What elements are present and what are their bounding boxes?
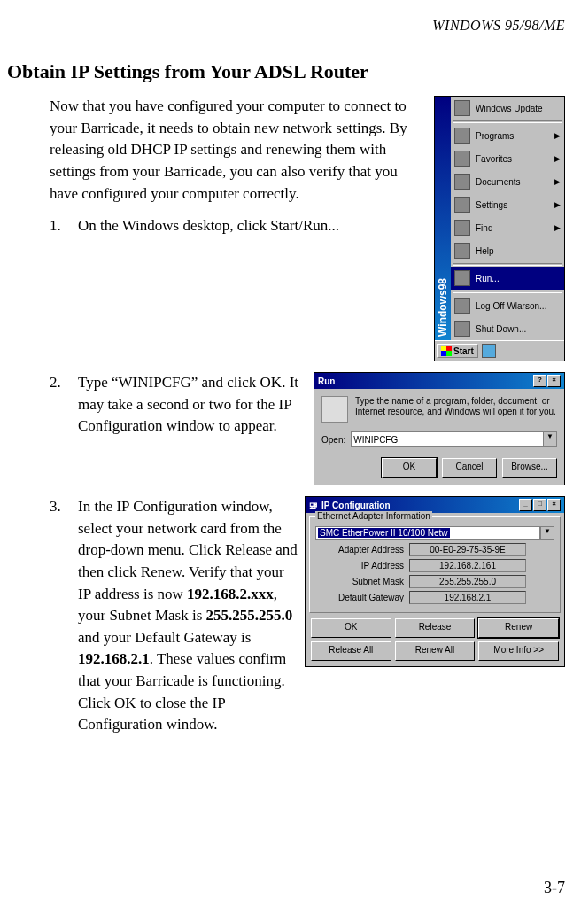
shutdown-icon — [454, 321, 470, 337]
dropdown-button[interactable]: ▼ — [540, 526, 554, 540]
browse-button[interactable]: Browse... — [502, 458, 557, 478]
startmenu-stripe-text: Windows98 — [437, 275, 449, 340]
close-button[interactable]: × — [547, 375, 561, 387]
page-number: 3-7 — [544, 879, 565, 897]
documents-icon — [454, 174, 470, 190]
figure-run-dialog: Run ? × Type the name of a program, fold… — [314, 372, 565, 485]
ip-address-label: IP Address — [315, 561, 409, 571]
adapter-select[interactable]: SMC EtherPower II 10/100 Netw ▼ — [315, 526, 554, 540]
intro-paragraph: Now that you have configured your comput… — [7, 96, 427, 205]
chevron-right-icon: ▶ — [554, 177, 561, 186]
startmenu-item-label: Programs — [476, 131, 514, 141]
default-gateway-label: Default Gateway — [315, 593, 409, 602]
step-text: Type “WINIPCFG” and click OK. It may tak… — [78, 372, 306, 438]
adapter-info-group: Ethernet Adapter Information SMC EtherPo… — [309, 516, 561, 613]
startmenu-item-find[interactable]: Find ▶ — [451, 216, 564, 239]
startmenu-stripe: Windows98 — [435, 97, 451, 340]
ie-icon[interactable] — [482, 344, 496, 358]
minimize-button[interactable]: _ — [519, 499, 532, 511]
group-label: Ethernet Adapter Information — [315, 511, 432, 521]
startmenu-item-label: Log Off Wlarson... — [476, 301, 546, 311]
ok-button[interactable]: OK — [311, 618, 391, 638]
page-header-right: WINDOWS 95/98/ME — [7, 18, 565, 34]
separator — [453, 120, 562, 123]
ip-address-value: 192.168.2.161 — [409, 559, 526, 572]
maximize-button[interactable]: □ — [533, 499, 546, 511]
step-number: 3. — [50, 496, 66, 736]
ok-button[interactable]: OK — [382, 458, 437, 478]
globe-icon — [454, 100, 470, 116]
startmenu-item-label: Help — [476, 246, 494, 256]
more-info-button[interactable]: More Info >> — [478, 641, 559, 661]
adapter-address-label: Adapter Address — [315, 545, 409, 555]
subnet-mask-value: 255.255.255.0 — [409, 575, 526, 588]
startmenu-item-documents[interactable]: Documents ▶ — [451, 170, 564, 193]
taskbar: Start — [435, 340, 564, 361]
close-button[interactable]: × — [547, 499, 561, 511]
logoff-icon — [454, 298, 470, 314]
ipconfig-title: IP Configuration — [321, 501, 391, 510]
adapter-selected: SMC EtherPower II 10/100 Netw — [318, 528, 450, 538]
start-button-label: Start — [453, 346, 474, 356]
startmenu-item-label: Settings — [476, 200, 507, 210]
startmenu-item-programs[interactable]: Programs ▶ — [451, 124, 564, 147]
favorites-icon — [454, 151, 470, 167]
subnet-mask-label: Subnet Mask — [315, 577, 409, 586]
help-icon — [454, 243, 470, 259]
run-dialog-icon — [321, 396, 348, 423]
startmenu-item-shutdown[interactable]: Shut Down... — [451, 317, 564, 340]
help-button[interactable]: ? — [533, 375, 546, 387]
startmenu-item-label: Shut Down... — [476, 324, 526, 334]
find-icon — [454, 220, 470, 236]
startmenu-item-run[interactable]: Run... — [451, 267, 564, 290]
startmenu-item-label: Documents — [476, 177, 521, 187]
settings-icon — [454, 197, 470, 213]
programs-icon — [454, 128, 470, 144]
adapter-address-value: 00-E0-29-75-35-9E — [409, 543, 526, 556]
renew-all-button[interactable]: Renew All — [395, 641, 476, 661]
separator — [453, 263, 562, 266]
startmenu-item-label: Run... — [476, 274, 500, 283]
release-all-button[interactable]: Release All — [311, 641, 391, 661]
figure-ipconfig: 🖳 IP Configuration _ □ × Ethernet Adapte… — [305, 496, 565, 667]
separator — [453, 291, 562, 293]
step-number: 1. — [50, 215, 66, 237]
startmenu-item-logoff[interactable]: Log Off Wlarson... — [451, 294, 564, 317]
run-description: Type the name of a program, folder, docu… — [355, 396, 557, 417]
startmenu-item-help[interactable]: Help — [451, 239, 564, 262]
windows-logo-icon — [441, 346, 452, 356]
release-button[interactable]: Release — [395, 618, 476, 638]
startmenu-item-label: Find — [476, 223, 492, 233]
chevron-right-icon: ▶ — [554, 154, 561, 163]
run-titlebar: Run ? × — [314, 373, 564, 389]
run-title: Run — [318, 377, 335, 386]
step-text: On the Windows desktop, click Start/Run.… — [78, 215, 427, 237]
run-icon — [454, 270, 470, 286]
chevron-right-icon: ▶ — [554, 200, 561, 209]
figure-startmenu: Windows98 Windows Update Programs ▶ — [434, 96, 565, 361]
run-input[interactable] — [351, 431, 543, 447]
startmenu-item-label: Windows Update — [476, 104, 543, 113]
startmenu-item-windows-update[interactable]: Windows Update — [451, 97, 564, 120]
chevron-right-icon: ▶ — [554, 223, 561, 232]
start-button[interactable]: Start — [437, 344, 478, 358]
cancel-button[interactable]: Cancel — [442, 458, 497, 478]
startmenu-item-favorites[interactable]: Favorites ▶ — [451, 147, 564, 170]
chevron-right-icon: ▶ — [554, 131, 561, 140]
startmenu-item-settings[interactable]: Settings ▶ — [451, 193, 564, 216]
open-label: Open: — [321, 435, 345, 445]
dropdown-button[interactable]: ▼ — [543, 431, 557, 447]
section-title: Obtain IP Settings from Your ADSL Router — [7, 60, 565, 83]
default-gateway-value: 192.168.2.1 — [409, 591, 526, 604]
renew-button[interactable]: Renew — [478, 618, 559, 638]
step-number: 2. — [50, 372, 66, 438]
step-text: In the IP Configuration window, select y… — [78, 496, 298, 736]
startmenu-item-label: Favorites — [476, 154, 512, 164]
